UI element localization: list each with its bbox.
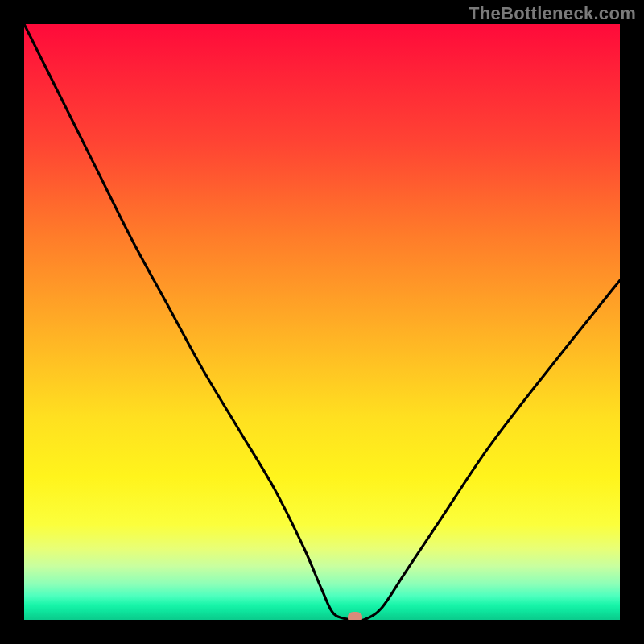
chart-frame: TheBottleneck.com [0,0,644,644]
optimal-point-marker [348,612,362,620]
plot-area [24,24,620,620]
watermark-text: TheBottleneck.com [469,3,636,24]
bottleneck-curve [24,24,620,620]
